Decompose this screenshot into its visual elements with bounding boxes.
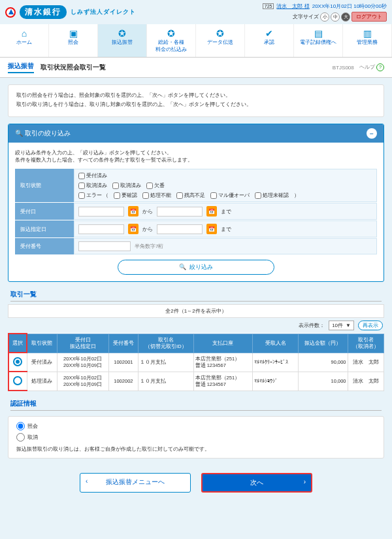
- table-row: 処理済み20XX年10月02日20XX年10月09日1002002１０月支払本店…: [8, 372, 384, 391]
- col-account: 支払口座: [193, 334, 253, 353]
- transfer-date-to-input[interactable]: [157, 224, 203, 234]
- screen-code: BTJS008: [333, 65, 354, 71]
- nav-inquiry[interactable]: ▣照会: [49, 24, 98, 57]
- filter-button[interactable]: 🔍 絞り込み: [118, 260, 274, 275]
- filter-note: 条件を複数入力した場合、すべての条件を満たす取引を一覧で表示します。: [15, 156, 377, 164]
- font-size-label: 文字サイズ: [293, 13, 319, 20]
- receive-date-to-input[interactable]: [157, 207, 203, 217]
- col-amount: 振込金額（円）: [299, 334, 348, 353]
- nav-transfer[interactable]: ✪振込振替: [98, 24, 147, 57]
- cell-deal: １０月支払: [139, 353, 193, 372]
- logout-button[interactable]: ログアウト: [351, 12, 387, 22]
- receipt-no-input[interactable]: [78, 241, 131, 251]
- status-checkbox[interactable]: 欠番: [146, 182, 165, 189]
- payment-icon: ✪: [148, 28, 194, 39]
- bank-name: 清水銀行: [20, 5, 67, 19]
- inquiry-icon: ▣: [50, 28, 96, 39]
- collapse-icon[interactable]: −: [367, 128, 377, 139]
- cell-status: 受付済み: [27, 353, 57, 372]
- chevron-down-icon: ▼: [346, 322, 351, 328]
- auth-inquiry-radio[interactable]: 照会: [16, 422, 376, 430]
- receive-date-from-input[interactable]: [78, 207, 124, 217]
- data-icon: ✪: [197, 28, 243, 39]
- service-subtitle: しみず法人ダイレクト: [71, 8, 136, 16]
- cell-amount: 90,000: [299, 353, 348, 372]
- cell-recv-no: 1002002: [108, 372, 139, 391]
- next-button[interactable]: 次へ: [201, 473, 312, 493]
- nav-admin[interactable]: ▥管理業務: [343, 24, 392, 57]
- list-count: 全2件（1～2件を表示中）: [8, 304, 384, 318]
- cell-dates: 20XX年10月02日20XX年10月09日: [57, 353, 108, 372]
- col-dates: 受付日 振込指定日: [57, 334, 108, 353]
- nav-payment[interactable]: ✪総給・各種 料金の払込み: [147, 24, 196, 57]
- status-checkbox[interactable]: エラー （: [78, 192, 108, 199]
- status-checkbox[interactable]: 受付済み: [78, 172, 107, 179]
- status-checkbox[interactable]: 取消済み: [112, 182, 141, 189]
- home-icon: ⌂: [1, 28, 47, 39]
- breadcrumb-category: 振込振替: [8, 61, 34, 73]
- cell-status: 処理済み: [27, 372, 57, 391]
- main-nav: ⌂ホーム ▣照会 ✪振込振替 ✪総給・各種 料金の払込み ✪データ伝送 ✔承認 …: [0, 24, 392, 58]
- nav-data[interactable]: ✪データ伝送: [196, 24, 245, 57]
- transfer-icon: ✪: [99, 28, 145, 39]
- admin-icon: ▥: [344, 28, 390, 39]
- bank-logo-icon: [5, 7, 16, 18]
- filter-note: 絞り込み条件を入力の上、「絞り込み」ボタンを押してください。: [15, 149, 377, 156]
- current-datetime: 20XX年10月02日 10時00分00秒: [312, 3, 387, 10]
- status-checkbox[interactable]: 残高不足: [176, 192, 205, 199]
- receipt-no-label: 受付番号: [15, 238, 74, 254]
- receive-date-label: 受付日: [15, 203, 74, 220]
- row-select-radio[interactable]: [13, 376, 22, 385]
- calendar-icon[interactable]: 📅: [128, 224, 139, 234]
- transaction-table: 選択 取引状態 受付日 振込指定日 受付番号 取引名 （切替元取引ID） 支払口…: [8, 333, 384, 391]
- font-large-button[interactable]: 大: [341, 12, 350, 22]
- calendar-icon[interactable]: 📅: [128, 206, 139, 217]
- help-icon: ?: [376, 63, 384, 71]
- col-deal: 取引名 （切替元取引ID）: [139, 334, 193, 353]
- top-bar: 清水銀行 しみず法人ダイレクト 725 清水 太郎 様 20XX年10月02日 …: [0, 0, 392, 24]
- cell-payee: ﾏﾙﾏﾙｸﾘｰﾝｻｰﾋﾞｽ: [253, 353, 299, 372]
- filter-panel-header[interactable]: 🔍 取引の絞り込み −: [8, 124, 384, 143]
- font-small-button[interactable]: 小: [320, 12, 329, 22]
- status-checkbox[interactable]: 取消済み: [78, 182, 107, 189]
- action-bar: 振込振替メニューへ 次へ: [0, 464, 392, 507]
- nav-approval[interactable]: ✔承認: [245, 24, 294, 57]
- table-row: 受付済み20XX年10月02日20XX年10月09日1002001１０月支払本店…: [8, 353, 384, 372]
- user-name-link[interactable]: 清水 太郎 様: [276, 3, 309, 10]
- cell-account: 本店営業部（251）普通 1234567: [193, 353, 253, 372]
- col-payee: 受取人名: [253, 334, 299, 353]
- status-checkbox[interactable]: マル優オーバ: [210, 192, 250, 199]
- row-select-radio[interactable]: [13, 357, 22, 366]
- col-select: 選択: [8, 334, 27, 353]
- calendar-icon[interactable]: 📅: [206, 224, 217, 234]
- search-icon: 🔍: [15, 130, 23, 137]
- description-line: 取引の照会を行う場合は、照会対象の取引を選択の上、「次へ」ボタンを押してください…: [16, 92, 376, 99]
- font-medium-button[interactable]: 中: [331, 12, 340, 22]
- calendar-icon[interactable]: 📅: [206, 206, 217, 217]
- auth-section-title: 認証情報: [10, 399, 382, 411]
- approval-icon: ✔: [246, 28, 292, 39]
- transfer-date-from-input[interactable]: [78, 224, 124, 234]
- cell-recv-no: 1002001: [108, 353, 139, 372]
- description-line: 取引の取り消しを行う場合は、取り消し対象の取引を選択の上、「次へ」ボタンを押して…: [16, 101, 376, 109]
- per-page-label: 表示件数：: [299, 322, 325, 329]
- logo-block: 清水銀行 しみず法人ダイレクト: [5, 5, 136, 19]
- status-checkbox[interactable]: 処理不能: [142, 192, 171, 199]
- per-page-select[interactable]: 10件▼: [329, 321, 354, 330]
- cell-deal: １０月支払: [139, 372, 193, 391]
- refresh-button[interactable]: 再表示: [358, 321, 383, 330]
- back-button[interactable]: 振込振替メニューへ: [80, 473, 191, 493]
- cell-dates: 20XX年10月02日20XX年10月09日: [57, 372, 108, 391]
- filter-panel: 🔍 取引の絞り込み − 絞り込み条件を入力の上、「絞り込み」ボタンを押してくださ…: [8, 124, 384, 282]
- nav-home[interactable]: ⌂ホーム: [0, 24, 49, 57]
- breadcrumb: 振込振替 取引状況照会取引一覧 BTJS008 ヘルプ ?: [0, 58, 392, 78]
- nav-erecord[interactable]: ▤電子記録債権へ: [294, 24, 343, 57]
- auth-cancel-radio[interactable]: 取消: [16, 433, 376, 442]
- status-checkbox[interactable]: 要確認: [114, 192, 137, 199]
- col-recv-no: 受付番号: [108, 334, 139, 353]
- col-operator: 取引者 （取消者）: [348, 334, 384, 353]
- status-checkbox[interactable]: 処理未確認: [255, 192, 289, 199]
- help-link[interactable]: ヘルプ ?: [359, 63, 384, 71]
- erecord-icon: ▤: [295, 28, 341, 39]
- col-status: 取引状態: [27, 334, 57, 353]
